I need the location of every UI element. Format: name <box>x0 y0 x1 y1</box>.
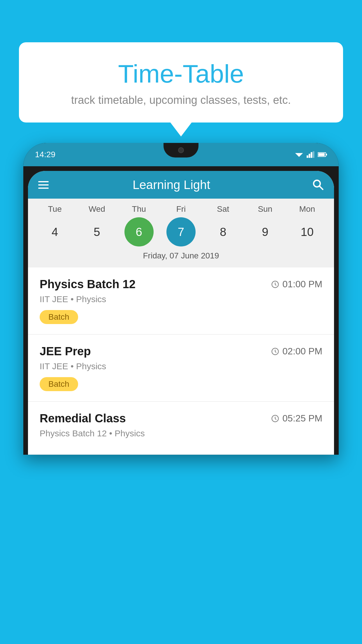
app-header: Learning Light <box>28 171 334 199</box>
svg-rect-3 <box>311 152 312 158</box>
hamburger-line-3 <box>38 188 49 189</box>
camera-dot <box>178 147 184 153</box>
time-text-2: 02:00 PM <box>282 346 322 357</box>
date-9[interactable]: 9 <box>251 217 280 246</box>
schedule-item-header-2: JEE Prep 02:00 PM <box>40 345 322 358</box>
schedule-time-2: 02:00 PM <box>271 346 322 357</box>
date-8[interactable]: 8 <box>208 217 238 246</box>
schedule-meta-1: IIT JEE • Physics <box>40 294 322 304</box>
speech-bubble: Time-Table track timetable, upcoming cla… <box>19 42 343 123</box>
calendar-strip: Tue Wed Thu Fri Sat Sun Mon 4 5 6 7 8 9 … <box>28 199 334 267</box>
schedule-time-3: 05:25 PM <box>271 413 322 424</box>
clock-icon-2 <box>271 347 280 356</box>
search-button[interactable] <box>312 178 324 192</box>
dates-row: 4 5 6 7 8 9 10 <box>28 217 334 246</box>
date-6-today[interactable]: 6 <box>124 217 154 246</box>
schedule-time-1: 01:00 PM <box>271 279 322 290</box>
clock-icon-3 <box>271 414 280 423</box>
app-title: Learning Light <box>57 178 285 192</box>
schedule-title-2: JEE Prep <box>40 345 91 358</box>
time-text-3: 05:25 PM <box>282 413 322 424</box>
svg-rect-1 <box>307 155 308 158</box>
schedule-meta-3: Physics Batch 12 • Physics <box>40 428 322 438</box>
svg-rect-6 <box>326 154 327 155</box>
svg-rect-2 <box>309 154 310 158</box>
schedule-title-1: Physics Batch 12 <box>40 278 136 291</box>
schedule-item-header-1: Physics Batch 12 01:00 PM <box>40 278 322 291</box>
svg-rect-7 <box>318 153 325 156</box>
status-icons <box>294 151 327 158</box>
svg-line-9 <box>319 186 323 189</box>
schedule-item-header-3: Remedial Class 05:25 PM <box>40 412 322 425</box>
schedule-meta-2: IIT JEE • Physics <box>40 361 322 371</box>
battery-icon <box>318 152 327 158</box>
phone-frame: 14:29 <box>23 143 339 644</box>
day-fri: Fri <box>166 204 196 214</box>
date-4[interactable]: 4 <box>40 217 69 246</box>
bubble-subtitle: track timetable, upcoming classes, tests… <box>31 94 331 106</box>
days-header: Tue Wed Thu Fri Sat Sun Mon <box>28 204 334 214</box>
clock-icon-1 <box>271 280 280 289</box>
schedule-list: Physics Batch 12 01:00 PM IIT JEE • Phys… <box>28 267 334 455</box>
speech-bubble-container: Time-Table track timetable, upcoming cla… <box>19 42 343 123</box>
day-wed: Wed <box>82 204 111 214</box>
wifi-icon <box>294 151 304 158</box>
hamburger-menu-button[interactable] <box>38 181 49 189</box>
batch-badge-1: Batch <box>40 310 78 324</box>
status-bar: 14:29 <box>23 143 339 166</box>
notch-cutout <box>164 143 198 158</box>
day-thu: Thu <box>124 204 154 214</box>
day-mon: Mon <box>293 204 322 214</box>
time-text-1: 01:00 PM <box>282 279 322 290</box>
schedule-title-3: Remedial Class <box>40 412 126 425</box>
date-7-selected[interactable]: 7 <box>166 217 196 246</box>
svg-rect-4 <box>313 151 314 158</box>
date-10[interactable]: 10 <box>293 217 322 246</box>
selected-date-label: Friday, 07 June 2019 <box>28 251 334 265</box>
status-time: 14:29 <box>35 150 55 159</box>
phone-outer: 14:29 <box>23 143 339 455</box>
phone-screen: Learning Light Tue Wed Thu Fri Sat Sun <box>28 171 334 455</box>
day-sun: Sun <box>251 204 280 214</box>
bubble-title: Time-Table <box>31 60 331 88</box>
schedule-item-physics-batch[interactable]: Physics Batch 12 01:00 PM IIT JEE • Phys… <box>28 267 334 335</box>
svg-marker-0 <box>295 153 303 157</box>
day-tue: Tue <box>40 204 69 214</box>
date-5[interactable]: 5 <box>82 217 111 246</box>
signal-icon <box>307 151 315 158</box>
schedule-item-remedial[interactable]: Remedial Class 05:25 PM Physics Batch 12… <box>28 402 334 455</box>
batch-badge-2: Batch <box>40 377 78 391</box>
hamburger-line-2 <box>38 184 49 186</box>
day-sat: Sat <box>208 204 238 214</box>
schedule-item-jee-prep[interactable]: JEE Prep 02:00 PM IIT JEE • Physics Batc… <box>28 335 334 402</box>
hamburger-line-1 <box>38 181 49 182</box>
